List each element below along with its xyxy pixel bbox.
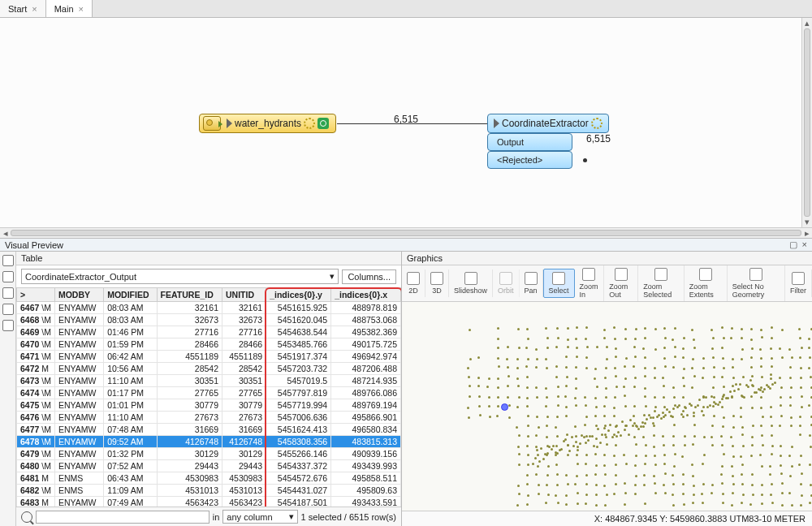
scroll-right-icon[interactable]: ▸	[801, 228, 812, 239]
map-view[interactable]	[402, 302, 812, 511]
table-grid-wrap[interactable]: >MODBYMODIFIEDFEATURE_IDUNITID_indices{0…	[16, 287, 401, 507]
data-point	[693, 412, 695, 414]
table-row[interactable]: 6473 \MENYAMW11:10 AM30351303515457019.5…	[17, 375, 401, 387]
close-icon[interactable]: ×	[79, 4, 84, 14]
data-point	[751, 473, 754, 476]
dataset-dropdown[interactable]: CoordinateExtractor_Output ▾	[21, 269, 339, 284]
toolbtn-pan[interactable]: Pan	[520, 269, 543, 297]
table-row[interactable]: 6470 \MENYAMW01:59 PM28466284665453485.7…	[17, 338, 401, 351]
chart-icon[interactable]	[2, 304, 14, 315]
table-row[interactable]: 6467 \MENYAMW08:03 AM32161321615451615.9…	[17, 302, 401, 314]
data-point	[800, 367, 802, 369]
toolbtn-slideshow[interactable]: Slideshow	[449, 269, 493, 297]
table-row[interactable]: 6468 \MENYAMW08:03 AM32673326735451620.0…	[17, 314, 401, 326]
search-column-dropdown[interactable]: any column ▾	[222, 510, 297, 524]
toolbtn-select-no-geometry[interactable]: Select No Geometry	[728, 265, 785, 301]
table-row[interactable]: 6472 MENYAMW10:56 AM28542285425457203.73…	[17, 363, 401, 375]
scroll-thumb-v[interactable]	[804, 28, 810, 217]
cell: ENYAMW	[54, 460, 103, 472]
data-point	[567, 346, 569, 348]
toolbtn-label: Select	[549, 287, 569, 295]
search-input[interactable]	[36, 511, 209, 524]
toolbtn-3d[interactable]: 3D	[425, 269, 449, 297]
column-header[interactable]: MODIFIED	[104, 288, 157, 302]
table-row[interactable]: 6479 \MENYAMW01:32 PM30129301295455266.1…	[17, 448, 401, 460]
table-row[interactable]: 6481 MENMS06:43 AM453098345309835454572.…	[17, 472, 401, 485]
canvas-scrollbar-h[interactable]: ◂ ▸	[0, 227, 812, 238]
table-row[interactable]: 6476 \MENYAMW11:10 AM27673276735457006.6…	[17, 412, 401, 424]
view-icon[interactable]	[2, 255, 14, 266]
inspect-icon[interactable]	[317, 118, 329, 129]
close-icon[interactable]: ×	[802, 239, 807, 250]
tab-main[interactable]: Main×	[46, 0, 93, 17]
table-row[interactable]: 6480 \MENYAMW07:52 AM29443294435454337.3…	[17, 460, 401, 472]
toolbtn-zoom-out[interactable]: Zoom Out	[604, 265, 638, 301]
column-header[interactable]: _indices{0}.x	[331, 288, 401, 302]
scroll-thumb-h[interactable]	[11, 230, 801, 236]
data-point	[542, 458, 545, 460]
scroll-down-icon[interactable]: ▾	[802, 217, 812, 227]
cell: 5457019.5	[266, 375, 331, 387]
table-row[interactable]: 6471 \MENYAMW06:42 AM4551189455118954519…	[17, 351, 401, 363]
scroll-up-icon[interactable]: ▴	[802, 18, 812, 28]
data-point	[585, 435, 588, 438]
table-icon[interactable]	[2, 271, 14, 282]
scroll-left-icon[interactable]: ◂	[0, 228, 11, 239]
data-point	[577, 463, 579, 465]
canvas-scrollbar-v[interactable]: ▴ ▾	[801, 18, 812, 227]
reader-node-water-hydrants[interactable]: water_hydrants	[199, 114, 336, 133]
toolbtn-zoom-in[interactable]: Zoom In	[575, 265, 605, 301]
data-point	[654, 410, 656, 412]
data-point	[643, 414, 646, 416]
table-row[interactable]: 6474 \MENYAMW01:17 PM27765277655457797.8…	[17, 387, 401, 399]
column-header[interactable]: >	[17, 288, 55, 302]
search-icon[interactable]	[21, 511, 32, 523]
data-point	[585, 404, 587, 407]
column-header[interactable]: UNITID	[222, 288, 266, 302]
close-icon[interactable]: ×	[32, 4, 37, 14]
data-point	[800, 483, 802, 485]
cell: 06:43 AM	[104, 472, 157, 485]
data-point	[585, 502, 587, 505]
columns-icon[interactable]	[2, 287, 14, 299]
output-port[interactable]: Output	[487, 133, 572, 151]
data-point	[743, 396, 745, 399]
column-header[interactable]: _indices{0}.y	[266, 288, 331, 302]
table-row[interactable]: 6482 \MENMS11:09 AM453101345310135454431…	[17, 485, 401, 497]
data-point	[693, 435, 696, 438]
data-point	[701, 410, 703, 412]
cell: 489769.194	[331, 399, 401, 412]
gear-icon[interactable]	[304, 118, 315, 129]
workflow-canvas[interactable]: water_hydrants 6,515 CoordinateExtractor…	[0, 18, 812, 238]
marker-icon[interactable]	[2, 320, 14, 331]
dock-icon[interactable]: ▢	[789, 239, 797, 250]
data-point	[653, 425, 655, 427]
data-point	[572, 445, 575, 447]
toolbtn-label: 2D	[408, 287, 418, 295]
toolbtn-zoom-selected[interactable]: Zoom Selected	[638, 265, 685, 301]
table-row[interactable]: 6477 \MENYAMW07:48 AM31669316695451624.4…	[17, 424, 401, 436]
table-row[interactable]: 6478 \MENYAMW09:52 AM4126748412674854583…	[17, 436, 401, 448]
tab-start[interactable]: Start×	[0, 0, 46, 17]
toolbtn-select[interactable]: Select	[543, 269, 575, 298]
rejected-port[interactable]: <Rejected>	[487, 151, 572, 169]
table-row[interactable]: 6475 \MENYAMW01:01 PM30779307795457719.9…	[17, 399, 401, 412]
cell: 30779	[157, 399, 222, 412]
toolbtn-2d[interactable]: 2D	[402, 269, 425, 297]
data-point	[586, 346, 589, 348]
data-point	[596, 386, 598, 388]
column-header[interactable]: MODBY	[54, 288, 103, 302]
transformer-node-coordinate-extractor[interactable]: CoordinateExtractor	[487, 114, 609, 133]
cell: ENYAMW	[54, 363, 103, 375]
data-point	[526, 405, 529, 407]
gear-icon[interactable]	[591, 118, 603, 129]
table-row[interactable]: 6483 MENYAMW07:49 AM45634234563423545418…	[17, 497, 401, 507]
columns-button[interactable]: Columns...	[342, 269, 396, 284]
visual-preview-title: Visual Preview	[5, 240, 63, 250]
data-point	[723, 386, 725, 388]
table-row[interactable]: 6469 \MENYAMW01:46 PM27716277165454638.5…	[17, 326, 401, 338]
cell: 28466	[222, 338, 266, 351]
column-header[interactable]: FEATURE_ID	[157, 288, 222, 302]
toolbtn-zoom-extents[interactable]: Zoom Extents	[685, 265, 728, 301]
toolbtn-filter[interactable]: Filter	[785, 269, 812, 297]
